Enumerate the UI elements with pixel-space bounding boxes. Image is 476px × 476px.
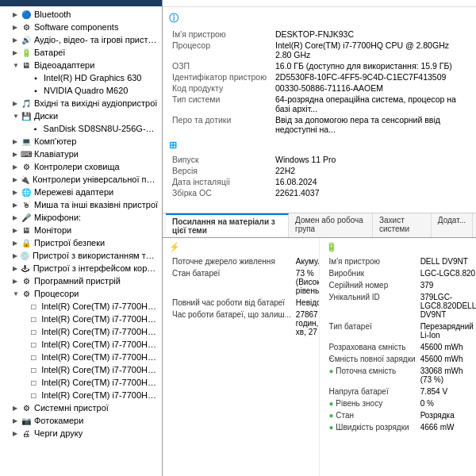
- device-label-cpu3: Intel(R) Core(TM) i7-7700HQ CPU @ 2.80GH…: [41, 327, 159, 336]
- table-row: ● Рівень зносу0 %: [328, 398, 477, 409]
- expand-icon-battery: ▶: [13, 49, 19, 56]
- table-row: Ім'я пристроюDELL DV9NT: [328, 256, 477, 267]
- device-item-audio[interactable]: ▶🔊Аудіо-, відео- та ігрові пристрої: [0, 33, 162, 46]
- device-item-cpu8[interactable]: □Intel(R) Core(TM) i7-7700HQ CPU @ 2.80G…: [0, 389, 162, 401]
- device-item-videoadapters[interactable]: ▼🖥Відеоадаптери: [0, 59, 162, 71]
- tab-bar: Посилання на матеріали з цієї темиДомен …: [163, 213, 476, 237]
- bprop-label: Виробник: [328, 268, 417, 278]
- device-item-photo[interactable]: ▶📷Фотокамери: [0, 414, 162, 427]
- device-item-intel-hd[interactable]: ▪Intel(R) HD Graphics 630: [0, 71, 162, 84]
- hdd-icon: ▪: [30, 123, 41, 134]
- device-item-software[interactable]: ▶⚙Software components: [0, 21, 162, 33]
- device-item-interface[interactable]: ▶🕹Пристрої з інтерфейсом користувача: [0, 262, 162, 274]
- expand-icon-memory: ▶: [13, 252, 17, 259]
- info-icon: ⓘ: [169, 12, 178, 25]
- table-row: Дата інсталяції16.08.2024: [169, 176, 470, 187]
- bprop-label: ● Швидкість розрядки: [328, 422, 417, 432]
- hid-icon: 🕹: [20, 263, 31, 274]
- device-item-cpu5[interactable]: □Intel(R) Core(TM) i7-7700HQ CPU @ 2.80G…: [0, 351, 162, 363]
- expand-icon-software2: ▶: [13, 278, 19, 285]
- battery-grid: ⚡ Поточне джерело живленняАкумуляторСтан…: [163, 238, 476, 476]
- cpuchip-icon: □: [28, 313, 39, 324]
- device-item-input[interactable]: ▶🎵Вхідні та вихідні аудіопристрої: [0, 97, 162, 109]
- tab-item-2[interactable]: Захист системи: [373, 213, 432, 237]
- device-list[interactable]: ▶🔵Bluetooth▶⚙Software components▶🔊Аудіо-…: [0, 6, 162, 476]
- device-item-battery[interactable]: ▶🔋Батареї: [0, 46, 162, 59]
- device-item-computer[interactable]: ▶💻Комп'ютер: [0, 135, 162, 148]
- device-item-disks[interactable]: ▼💾Диски: [0, 109, 162, 122]
- expand-icon-net-adapters: ▶: [13, 189, 19, 196]
- tab-item-0[interactable]: Посилання на матеріали з цієї теми: [166, 213, 289, 237]
- prop-value: Windows 11 Pro: [272, 154, 470, 165]
- power-icon: ⚡: [169, 242, 180, 252]
- table-row: ● Поточна ємність33068 mWh (73 %): [328, 366, 477, 385]
- bprop-value: 379LGC-LGC8.820DELL DV9NT: [419, 292, 476, 320]
- bprop-value: 45600 mWh: [419, 342, 476, 352]
- device-label-intel-hd: Intel(R) HD Graphics 630: [44, 73, 142, 83]
- battery-props-table: Ім'я пристроюDELL DV9NTВиробникLGC-LGC8.…: [326, 255, 477, 434]
- device-label-print: Черги друку: [34, 428, 83, 438]
- bprop-value: DELL DV9NT: [419, 256, 476, 267]
- tab-item-3[interactable]: Додат...: [432, 213, 473, 237]
- device-item-storage-ctrl[interactable]: ▶⚙Контролери сховища: [0, 160, 162, 173]
- prop-value: 16.0 ГБ (доступно для використання: 15.9…: [272, 60, 470, 71]
- device-label-audio: Аудіо-, відео- та ігрові пристрої: [34, 35, 159, 44]
- device-item-cpu4[interactable]: □Intel(R) Core(TM) i7-7700HQ CPU @ 2.80G…: [0, 338, 162, 351]
- kbd-icon: ⌨: [21, 148, 32, 159]
- prop-value: 16.08.2024: [272, 176, 470, 187]
- device-item-memory[interactable]: ▶💿Пристрої з використанням технології па…: [0, 249, 162, 262]
- cpuchip-icon: □: [28, 326, 39, 337]
- device-item-print[interactable]: ▶🖨Черги друку: [0, 427, 162, 440]
- device-item-cpu1[interactable]: □Intel(R) Core(TM) i7-7700HQ CPU @ 2.80G…: [0, 300, 162, 313]
- device-label-computer: Комп'ютер: [34, 136, 76, 146]
- chip-icon: ▪: [30, 72, 41, 83]
- device-item-cpu2[interactable]: □Intel(R) Core(TM) i7-7700HQ CPU @ 2.80G…: [0, 313, 162, 325]
- device-item-nvidia[interactable]: ▪NVIDIA Quadro M620: [0, 84, 162, 97]
- bprop-value: 0 %: [419, 398, 476, 409]
- bprop-label: Тип батареї: [328, 321, 417, 340]
- audio-icon: 🔊: [21, 34, 32, 45]
- device-item-cpu3[interactable]: □Intel(R) Core(TM) i7-7700HQ CPU @ 2.80G…: [0, 325, 162, 338]
- device-item-mouse[interactable]: ▶🖱Миша та інші вказівні пристрої: [0, 198, 162, 211]
- bprop-label: ● Поточна ємність: [328, 366, 417, 385]
- bat-icon: 🔋: [21, 47, 32, 58]
- prop-value: 22621.4037: [272, 187, 470, 198]
- device-item-sandisk[interactable]: ▪SanDisk SD8SN8U-256G-1006: [0, 122, 162, 135]
- prop-label: Ім'я пристрою: [169, 29, 272, 40]
- prt-icon: 🖨: [21, 428, 32, 439]
- expand-icon-system-devices: ▶: [13, 405, 19, 412]
- device-item-cameras[interactable]: ▶🎤Мікрофони:: [0, 211, 162, 224]
- device-label-cpu5: Intel(R) Core(TM) i7-7700HQ CPU @ 2.80GH…: [41, 352, 159, 362]
- device-item-monitors[interactable]: ▶🖥Монітори: [0, 224, 162, 236]
- power-title: ⚡: [169, 242, 313, 252]
- device-label-cpu7: Intel(R) Core(TM) i7-7700HQ CPU @ 2.80GH…: [41, 378, 159, 387]
- device-item-security[interactable]: ▶🔒Пристрої безпеки: [0, 236, 162, 249]
- device-item-cpu6[interactable]: □Intel(R) Core(TM) i7-7700HQ CPU @ 2.80G…: [0, 363, 162, 376]
- device-item-processors[interactable]: ▼⚙Процесори: [0, 287, 162, 300]
- prop-value: Ввід за допомогою пера та сенсорний ввід…: [272, 114, 470, 135]
- device-item-system-devices[interactable]: ▶⚙Системні пристрої: [0, 401, 162, 414]
- tab-item-1[interactable]: Домен або робоча група: [289, 213, 373, 237]
- expand-icon-usb-ctrl: ▶: [13, 176, 17, 183]
- table-row: Розрахована ємність45600 mWh: [328, 342, 477, 352]
- device-item-keyboards[interactable]: ▶⌨Клавіатури: [0, 148, 162, 160]
- table-row: Ємність повної зарядки45600 mWh: [328, 354, 477, 364]
- device-label-keyboards: Клавіатури: [34, 149, 79, 159]
- device-item-software2[interactable]: ▶⚙Програмний пристрій: [0, 274, 162, 287]
- bprop-value: Акумулятор: [294, 256, 320, 267]
- expand-icon-cameras: ▶: [13, 214, 19, 221]
- mem-icon: 💿: [19, 250, 30, 261]
- device-item-net-adapters[interactable]: ▶🌐Мережеві адаптери: [0, 186, 162, 198]
- device-item-cpu7[interactable]: □Intel(R) Core(TM) i7-7700HQ CPU @ 2.80G…: [0, 376, 162, 389]
- bprop-label: Напруга батареї: [328, 386, 417, 397]
- expand-icon-videoadapters: ▼: [13, 62, 19, 69]
- table-row: ВипускWindows 11 Pro: [169, 154, 470, 165]
- expand-icon-mouse: ▶: [13, 202, 19, 209]
- device-item-usb-ctrl[interactable]: ▶🔌Контролери універсальної послідовної ш…: [0, 173, 162, 186]
- mic-icon: 🎤: [21, 212, 32, 223]
- device-label-bluetooth: Bluetooth: [34, 10, 71, 19]
- bprop-value: 45600 mWh: [419, 354, 476, 364]
- device-item-bluetooth[interactable]: ▶🔵Bluetooth: [0, 8, 162, 21]
- ctrl-icon: ⚙: [21, 161, 32, 172]
- bprop-label: Поточне джерело живлення: [171, 256, 293, 267]
